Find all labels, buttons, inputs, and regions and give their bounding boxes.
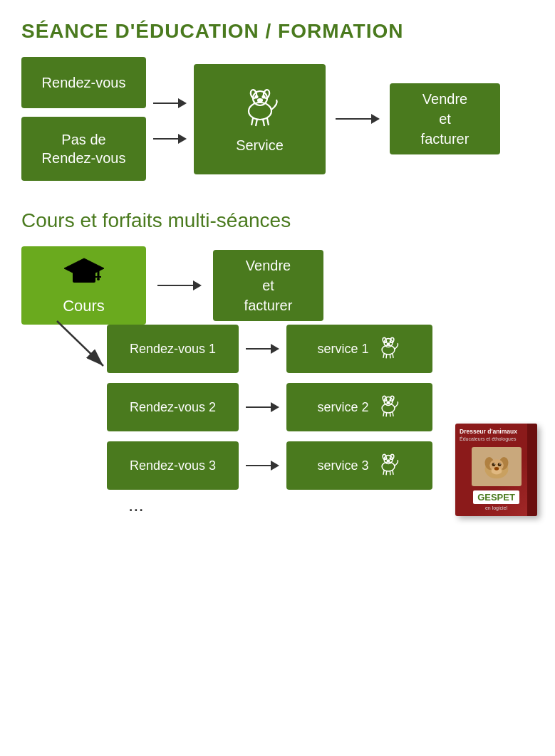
dog-icon-3 (375, 451, 402, 481)
dog-icon-1 (375, 334, 402, 364)
gespet-product-box: Dresseur d'animaux Éducateurs et étholog… (455, 424, 541, 516)
svg-point-9 (255, 96, 257, 98)
box-service-2: service 2 (286, 383, 432, 431)
svg-point-48 (387, 460, 390, 461)
gespet-subtitle: Éducateurs et éthologues (460, 436, 526, 442)
svg-point-10 (262, 96, 264, 98)
svg-point-50 (390, 458, 391, 459)
arrow-head-1 (271, 344, 279, 354)
svg-line-33 (383, 411, 383, 416)
box-pas-rdv-label: Pas de Rendez-vous (42, 130, 126, 167)
svg-line-45 (386, 471, 387, 475)
cours-flow: Cours Vendre et facturer (21, 246, 534, 325)
svg-point-15 (97, 278, 100, 280)
gespet-spine (527, 424, 537, 516)
svg-line-7 (267, 118, 269, 125)
arrow-head-bottom (178, 134, 187, 144)
arrow-rdv3-service3 (246, 461, 279, 471)
svg-point-8 (258, 99, 262, 102)
arrow-bottom (153, 134, 187, 144)
svg-point-57 (497, 463, 501, 466)
box-vendre-facturer: Vendre et facturer (390, 83, 500, 154)
arrow-head-cv (193, 280, 202, 290)
section1: Rendez-vous Pas de Rendez-vous (0, 50, 555, 202)
svg-line-17 (57, 321, 103, 366)
svg-point-59 (499, 463, 501, 465)
svg-point-28 (390, 341, 391, 342)
lower-section: Rendez-vous 1 service 1 (0, 325, 555, 530)
dog-icon-2 (375, 392, 402, 423)
arrow-cours-vendre (157, 280, 202, 290)
gespet-product: Dresseur d'animaux Éducateurs et étholog… (455, 424, 537, 516)
vendre2-label: Vendre et facturer (244, 256, 293, 315)
svg-rect-12 (73, 271, 95, 283)
svg-line-6 (263, 119, 264, 126)
svg-line-47 (392, 470, 393, 474)
arrow-head-right (371, 114, 380, 124)
box-cours: Cours (21, 246, 146, 325)
svg-point-60 (494, 467, 499, 471)
arrow-head-3 (271, 461, 279, 471)
rdv-1-label: Rendez-vous 1 (130, 342, 216, 357)
section2-subtitle: Cours et forfaits multi-séances (21, 209, 534, 232)
svg-point-38 (385, 399, 387, 401)
svg-point-58 (493, 463, 494, 465)
svg-line-25 (392, 353, 393, 357)
svg-line-34 (386, 412, 387, 416)
box-rendez-vous: Rendez-vous (21, 57, 146, 108)
dog-icon (237, 84, 283, 133)
cours-label: Cours (63, 297, 105, 315)
box-pas-rendez-vous: Pas de Rendez-vous (21, 117, 146, 181)
vendre-label: Vendre et facturer (421, 89, 470, 149)
svg-line-22 (383, 353, 383, 357)
service-2-label: service 2 (317, 400, 368, 415)
gespet-logo: GESPET (473, 490, 519, 504)
diagonal-arrow-svg (43, 317, 128, 374)
svg-line-23 (386, 354, 387, 358)
box-vendre2: Vendre et facturer (213, 250, 323, 321)
svg-point-26 (387, 343, 390, 345)
service-label: Service (236, 137, 284, 154)
service-1-label: service 1 (317, 342, 368, 357)
page-title: SÉANCE D'ÉDUCATION / FORMATION (0, 0, 555, 50)
box-service: Service (194, 64, 326, 174)
arrow-head-2 (271, 402, 279, 412)
service-3-label: service 3 (317, 458, 368, 473)
svg-line-24 (390, 354, 390, 358)
left-boxes: Rendez-vous Pas de Rendez-vous (21, 57, 146, 181)
gespet-dog-area (472, 447, 522, 486)
table-row: Rendez-vous 1 service 1 (107, 325, 534, 373)
svg-point-27 (385, 341, 387, 342)
arrow-head-top (178, 98, 187, 108)
svg-line-5 (256, 119, 257, 126)
box-rdv-2: Rendez-vous 2 (107, 383, 239, 431)
flow-row-1: Rendez-vous Pas de Rendez-vous (21, 57, 534, 181)
box-rdv-3: Rendez-vous 3 (107, 441, 239, 490)
svg-line-44 (383, 470, 383, 474)
svg-point-49 (385, 458, 387, 459)
svg-line-4 (251, 118, 253, 125)
box-service-1: service 1 (286, 325, 432, 373)
svg-line-35 (390, 412, 390, 416)
rdv-2-label: Rendez-vous 2 (130, 400, 216, 415)
svg-line-36 (392, 411, 393, 416)
arrow-top (153, 98, 187, 108)
gespet-title: Dresseur d'animaux (460, 428, 526, 436)
box-service-3: service 3 (286, 441, 432, 490)
arrow-service-to-vendre (336, 114, 380, 124)
arrow-rdv1-service1 (246, 344, 279, 354)
svg-point-37 (387, 401, 390, 403)
graduation-icon (64, 256, 104, 293)
gespet-sub: en logiciel (485, 505, 507, 510)
rdv-3-label: Rendez-vous 3 (130, 458, 216, 473)
arrow-rdv2-service2 (246, 402, 279, 412)
svg-point-39 (390, 399, 391, 401)
svg-point-56 (492, 463, 495, 466)
svg-line-46 (390, 471, 390, 475)
